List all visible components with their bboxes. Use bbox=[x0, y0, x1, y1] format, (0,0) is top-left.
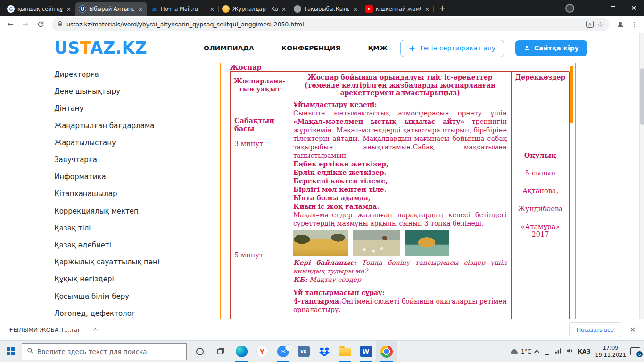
word-icon[interactable]: W bbox=[355, 341, 376, 362]
tab-close-icon[interactable]: × bbox=[137, 6, 144, 13]
tab-kundelik[interactable]: Журналдар - Kundelik × bbox=[219, 2, 290, 16]
nav-konferencia[interactable]: КОНФЕРЕНЦИЯ bbox=[281, 44, 341, 52]
sidebar-item[interactable]: Завучтарға bbox=[54, 151, 159, 168]
ustaz-logo[interactable]: USTAZ.KZ bbox=[54, 39, 147, 58]
back-icon[interactable]: ← bbox=[4, 18, 17, 31]
source-item: 5-сынып bbox=[512, 169, 569, 177]
sidebar-item[interactable]: Информатика bbox=[54, 168, 159, 185]
chevron-up-icon[interactable] bbox=[93, 328, 98, 333]
page-scrollbar[interactable] bbox=[639, 33, 644, 319]
tab-close-icon[interactable]: × bbox=[424, 6, 430, 13]
close-button[interactable]: ✕ bbox=[623, 0, 644, 16]
sequence-table: Сейітқұлдың ағасының тағдыры Жаңа кәсіпп… bbox=[322, 317, 481, 319]
login-button[interactable]: Сайтқа кіру bbox=[515, 40, 587, 56]
feedback-line: Кері байланыс: Топқа бөліну тапсырмасы с… bbox=[293, 258, 507, 275]
date-text: 19.11.2021 bbox=[595, 352, 626, 359]
profile-icon[interactable] bbox=[614, 18, 627, 31]
sidebar-item[interactable]: Жаратылыстану bbox=[54, 134, 159, 151]
search-input[interactable] bbox=[37, 348, 182, 355]
clock[interactable]: 17:09 19.11.2021 bbox=[595, 345, 626, 359]
lock-icon bbox=[58, 20, 63, 29]
volume-icon[interactable] bbox=[567, 348, 573, 355]
weather-widget[interactable]: 1°C bbox=[510, 348, 531, 355]
sidebar-item[interactable]: Дінтану bbox=[54, 100, 159, 117]
display-icon[interactable] bbox=[544, 349, 551, 354]
time-column-cell: Сабақтың басы 3 минут 5 минут bbox=[231, 99, 289, 319]
yandex-icon[interactable]: Y bbox=[252, 341, 272, 362]
tab-youtube[interactable]: ▶ кішкентай жамбыл а × bbox=[362, 2, 434, 16]
category-sidebar: Директорға Дене шынықтыру Дінтану Жаңарт… bbox=[54, 66, 159, 319]
sidebar-item[interactable]: Директорға bbox=[54, 66, 159, 83]
language-indicator[interactable]: ҚАЗ bbox=[578, 348, 591, 355]
document-right-border bbox=[575, 63, 576, 319]
window-controls: ✕ bbox=[565, 0, 644, 16]
sidebar-item[interactable]: Қосымша білім беру bbox=[54, 288, 159, 304]
sidebar-item[interactable]: Дене шынықтыру bbox=[54, 83, 159, 100]
sidebar-item[interactable]: Қазақ әдебиеті bbox=[54, 237, 159, 254]
sidebar-item[interactable]: Логопед, дефектолог bbox=[54, 305, 159, 319]
nav-olimpiada[interactable]: ОЛИМПИАДА bbox=[204, 44, 254, 52]
mail-app-icon[interactable]: ✉5 bbox=[272, 341, 293, 362]
dropbox-icon[interactable] bbox=[314, 341, 335, 362]
download-bar-close-icon[interactable]: ✕ bbox=[621, 325, 644, 334]
network-icon[interactable] bbox=[555, 348, 562, 355]
search-icon bbox=[27, 347, 33, 356]
field-painting-image bbox=[293, 230, 348, 256]
tab-title: Журналдар - Kundelik bbox=[232, 6, 278, 12]
tab-close-icon[interactable]: × bbox=[281, 6, 287, 13]
browser-toolbar: ← → ustaz.kz/materials/word/ybyrai_altyn… bbox=[0, 16, 644, 33]
url-text[interactable]: ustaz.kz/materials/word/ybyrai_altynsari… bbox=[66, 21, 583, 28]
sidebar-item[interactable]: Коррекциялық мектеп bbox=[54, 203, 159, 220]
kundelik-favicon bbox=[222, 5, 230, 13]
document-scroll-thumb[interactable] bbox=[570, 66, 573, 123]
lesson-images bbox=[293, 230, 507, 256]
downloaded-file-chip[interactable]: ҒЫЛЫМИ ЖОБА Т....rar bbox=[0, 319, 105, 340]
new-tab-button[interactable]: + bbox=[436, 1, 449, 15]
sidebar-item[interactable]: Құқық негіздері bbox=[54, 271, 159, 288]
refresh-icon[interactable] bbox=[34, 18, 47, 31]
scrollbar-thumb[interactable] bbox=[640, 68, 644, 125]
browser-menu-icon[interactable]: ⋮ bbox=[629, 20, 640, 29]
plan-table: Жоспарлана-тын уақыт Жоспар бойынша орын… bbox=[230, 71, 569, 319]
tab-document[interactable]: Тақырыбы:Қыпшақ С × bbox=[290, 2, 362, 16]
tab-close-icon[interactable]: × bbox=[352, 6, 359, 13]
tab-google-search[interactable]: G қыпшақ сейітқұл – Go × bbox=[4, 2, 75, 16]
minimize-button[interactable] bbox=[582, 0, 603, 16]
sidebar-item[interactable]: Қазақ тілі bbox=[54, 220, 159, 237]
maximize-button[interactable] bbox=[603, 0, 623, 16]
browser-profile-avatar[interactable] bbox=[565, 4, 574, 13]
lesson-document: Жоспар Жоспарлана-тын уақыт Жоспар бойын… bbox=[220, 63, 576, 319]
paragraph-intro: Сыныпта ынтымақтастық атмосферасын орнат… bbox=[293, 109, 507, 160]
tab-close-icon[interactable]: × bbox=[209, 6, 215, 13]
tab-strip: G қыпшақ сейітқұл – Go × U Ыбырай Алтынс… bbox=[0, 0, 449, 16]
tab-title: Почта Mail.ru bbox=[161, 6, 206, 12]
page-favicon bbox=[294, 5, 301, 13]
sidebar-item[interactable]: Қаржылық сауаттылық пәні bbox=[54, 254, 159, 271]
bookmark-star-icon[interactable]: ☆ bbox=[597, 20, 603, 29]
chrome-icon[interactable] bbox=[376, 341, 397, 362]
file-explorer-icon[interactable] bbox=[335, 341, 355, 362]
tab-ustaz-active[interactable]: U Ыбырай Алтынсарин × bbox=[75, 2, 147, 16]
show-all-downloads-button[interactable]: Показать все bbox=[569, 322, 621, 337]
hidden-icons-chevron[interactable] bbox=[534, 349, 539, 354]
action-center-icon[interactable]: 6 bbox=[630, 347, 640, 355]
translate-icon[interactable]: A bbox=[586, 21, 594, 28]
tab-mailru[interactable]: ✉ Почта Mail.ru × bbox=[147, 2, 219, 16]
vk-icon[interactable]: VK bbox=[293, 341, 314, 362]
cortana-icon[interactable] bbox=[190, 341, 210, 362]
task-view-icon[interactable] bbox=[210, 341, 231, 362]
plan-table-header-actions: Жоспар бойынша орындалуы тиіс іс-әрекетт… bbox=[289, 72, 512, 99]
tab-close-icon[interactable]: × bbox=[66, 6, 72, 13]
taskbar-search[interactable] bbox=[22, 343, 187, 360]
certificate-button[interactable]: + Тегін сертификат алу bbox=[400, 40, 504, 57]
sidebar-item[interactable]: Кітапханашылар bbox=[54, 185, 159, 202]
tab-title: Тақырыбы:Қыпшақ С bbox=[304, 6, 349, 12]
sidebar-item[interactable]: Жаңартылған бағдарлама bbox=[54, 117, 159, 134]
address-bar[interactable]: ustaz.kz/materials/word/ybyrai_altynsari… bbox=[52, 18, 609, 31]
edge-icon[interactable] bbox=[231, 341, 252, 362]
forward-icon[interactable]: → bbox=[19, 18, 32, 31]
nav-qmzh[interactable]: ҚМЖ bbox=[368, 44, 388, 52]
person-icon bbox=[524, 45, 530, 51]
start-button[interactable] bbox=[0, 341, 22, 362]
poem-line: Еңбек ерлікке жеткізер, bbox=[293, 160, 507, 168]
